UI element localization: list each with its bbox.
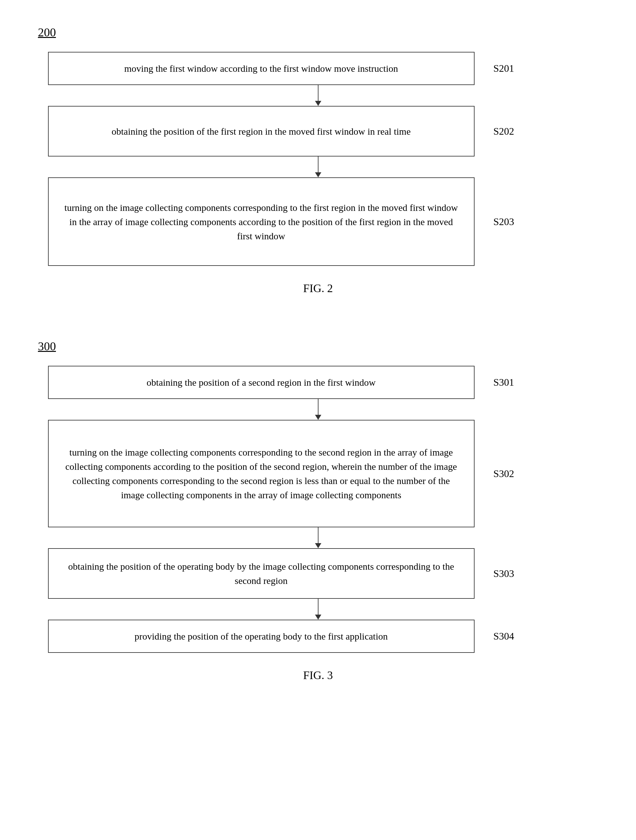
arrow-s201-s202 bbox=[105, 85, 531, 106]
arrow-s302-s303 bbox=[105, 527, 531, 548]
fig3-flowchart: obtaining the position of a second regio… bbox=[38, 366, 598, 653]
flow-box-s301-text: obtaining the position of a second regio… bbox=[146, 375, 376, 390]
arrow-line bbox=[318, 599, 318, 614]
flow-box-s201-text: moving the first window according to the… bbox=[124, 62, 398, 76]
arrow-head bbox=[315, 543, 321, 548]
step-label-s304: S304 bbox=[494, 630, 531, 642]
arrow-line bbox=[318, 85, 318, 101]
step-label-s301: S301 bbox=[494, 377, 531, 388]
arrow-s202-s203 bbox=[105, 156, 531, 177]
flow-row-s201: moving the first window according to the… bbox=[38, 52, 598, 85]
arrow-s301-s302 bbox=[105, 399, 531, 420]
fig3-section: 300 obtaining the position of a second r… bbox=[38, 339, 598, 701]
fig3-caption: FIG. 3 bbox=[38, 669, 598, 682]
flow-box-s302-text: turning on the image collecting componen… bbox=[61, 445, 461, 502]
step-label-s303: S303 bbox=[494, 568, 531, 579]
arrow-line bbox=[318, 527, 318, 543]
arrow-s303-s304 bbox=[105, 599, 531, 620]
flow-row-s304: providing the position of the operating … bbox=[38, 620, 598, 653]
step-label-s203: S203 bbox=[494, 216, 531, 227]
arrow-head bbox=[315, 172, 321, 177]
flow-box-s202: obtaining the position of the first regi… bbox=[48, 106, 475, 156]
flow-row-s302: turning on the image collecting componen… bbox=[38, 420, 598, 527]
fig2-diagram-label: 200 bbox=[38, 25, 598, 39]
flow-box-s304: providing the position of the operating … bbox=[48, 620, 475, 653]
arrow-line bbox=[318, 156, 318, 172]
page-content: 200 moving the first window according to… bbox=[38, 25, 598, 726]
flow-row-s301: obtaining the position of a second regio… bbox=[38, 366, 598, 399]
flow-box-s203-text: turning on the image collecting componen… bbox=[61, 201, 461, 243]
fig3-diagram-label: 300 bbox=[38, 339, 598, 353]
flow-box-s203: turning on the image collecting componen… bbox=[48, 177, 475, 266]
arrow-line bbox=[318, 399, 318, 415]
fig2-flowchart: moving the first window according to the… bbox=[38, 52, 598, 266]
flow-row-s202: obtaining the position of the first regi… bbox=[38, 106, 598, 156]
flow-row-s203: turning on the image collecting componen… bbox=[38, 177, 598, 266]
step-label-s201: S201 bbox=[494, 63, 531, 74]
fig2-section: 200 moving the first window according to… bbox=[38, 25, 598, 314]
flow-box-s201: moving the first window according to the… bbox=[48, 52, 475, 85]
flow-box-s301: obtaining the position of a second regio… bbox=[48, 366, 475, 399]
flow-row-s303: obtaining the position of the operating … bbox=[38, 548, 598, 599]
flow-box-s302: turning on the image collecting componen… bbox=[48, 420, 475, 527]
fig2-caption: FIG. 2 bbox=[38, 282, 598, 295]
flow-box-s303-text: obtaining the position of the operating … bbox=[61, 559, 461, 588]
flow-box-s202-text: obtaining the position of the first regi… bbox=[112, 124, 411, 139]
flow-box-s303: obtaining the position of the operating … bbox=[48, 548, 475, 599]
flow-box-s304-text: providing the position of the operating … bbox=[135, 629, 388, 643]
arrow-head bbox=[315, 614, 321, 620]
arrow-head bbox=[315, 101, 321, 106]
arrow-head bbox=[315, 415, 321, 420]
step-label-s302: S302 bbox=[494, 468, 531, 480]
step-label-s202: S202 bbox=[494, 126, 531, 137]
